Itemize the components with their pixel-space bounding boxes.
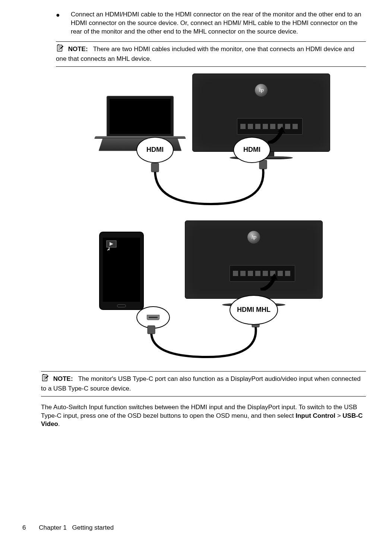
page-footer: 6 Chapter 1 Getting started (22, 524, 114, 532)
chapter-label: Chapter 1 (39, 524, 67, 531)
svg-rect-4 (151, 163, 159, 172)
illustration-cable (92, 73, 330, 211)
callout-hdmi-mhl: HDMI MHL (230, 295, 278, 325)
page-content: ● Connect an HDMI/HDMI cable to the HDMI… (56, 10, 366, 429)
callout-hdmi-right: HDMI (233, 137, 271, 163)
bullet-item: ● Connect an HDMI/HDMI cable to the HDMI… (56, 10, 366, 36)
note-text: The monitor's USB Type-C port can also f… (41, 375, 361, 392)
illustration-cable (92, 220, 330, 362)
paragraph-auto-switch: The Auto-Switch Input function switches … (41, 403, 366, 429)
figure-hdmi-hdmi: hp HDMI HDMI (56, 73, 366, 211)
menu-path-separator: > (335, 412, 342, 419)
page-number: 6 (22, 524, 26, 531)
document-page: ● Connect an HDMI/HDMI cable to the HDMI… (0, 0, 392, 539)
callout-hdmi-left: HDMI (136, 137, 174, 163)
note-box-1: NOTE:There are two HDMI cables included … (56, 41, 366, 67)
svg-rect-8 (148, 326, 155, 334)
note-label: NOTE: (68, 46, 88, 53)
chapter-title: Getting started (72, 524, 114, 531)
note-label: NOTE: (53, 375, 73, 382)
note-icon (56, 44, 64, 55)
note-text: There are two HDMI cables included with … (56, 46, 354, 62)
menu-path-input-control: Input Control (295, 412, 335, 419)
figure-hdmi-mhl: hp (56, 220, 366, 362)
bullet-text: Connect an HDMI/HDMI cable to the HDMI c… (71, 10, 366, 36)
note-box-2: NOTE:The monitor's USB Type-C port can a… (41, 371, 366, 397)
para-text-end: . (58, 420, 60, 427)
bullet-marker: ● (56, 10, 71, 36)
note-icon (41, 374, 49, 385)
